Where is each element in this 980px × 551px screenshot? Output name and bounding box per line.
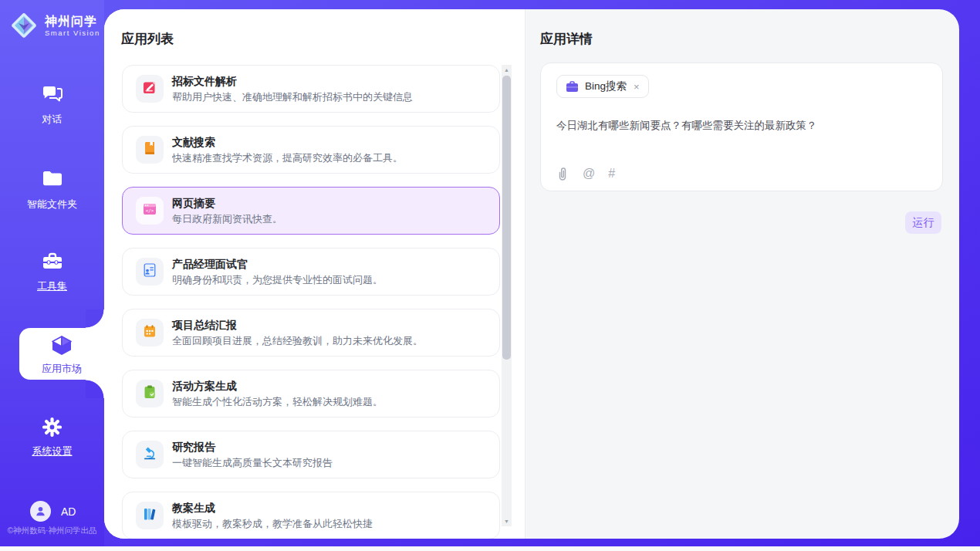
scroll-up-icon[interactable]: ▲ bbox=[502, 65, 512, 75]
app-card-desc: 明确身份和职责，为您提供专业性的面试问题。 bbox=[172, 272, 488, 288]
run-button[interactable]: 运行 bbox=[905, 211, 941, 234]
book-icon bbox=[142, 140, 157, 159]
app-card-title: 项目总结汇报 bbox=[172, 317, 488, 333]
app-card-1[interactable]: 招标文件解析 帮助用户快速、准确地理解和解析招标书中的关键信息 bbox=[122, 65, 500, 113]
app-detail-title: 应用详情 bbox=[540, 30, 943, 48]
hash-icon[interactable]: # bbox=[608, 166, 615, 181]
app-icon-tile bbox=[136, 319, 164, 346]
app-icon-tile: </> bbox=[136, 197, 164, 225]
app-card-desc: 快速精准查找学术资源，提高研究效率的必备工具。 bbox=[172, 150, 488, 166]
app-card-6[interactable]: 活动方案生成 智能生成个性化活动方案，轻松解决规划难题。 bbox=[122, 370, 500, 417]
app-card-desc: 帮助用户快速、准确地理解和解析招标书中的关键信息 bbox=[172, 90, 488, 105]
app-card-desc: 智能生成个性化活动方案，轻松解决规划难题。 bbox=[172, 394, 488, 410]
app-card-5[interactable]: 项目总结汇报 全面回顾项目进展，总结经验教训，助力未来优化发展。 bbox=[122, 309, 500, 357]
app-card-desc: 全面回顾项目进展，总结经验教训，助力未来优化发展。 bbox=[172, 333, 488, 349]
app-card-desc: 模板驱动，教案秒成，教学准备从此轻松快捷 bbox=[172, 516, 488, 532]
app-list-title: 应用列表 bbox=[121, 30, 174, 48]
sidebar-item-label: 对话 bbox=[42, 113, 63, 125]
app-card-desc: 每日政府新闻资讯快查。 bbox=[172, 211, 488, 227]
sidebar-item-3[interactable]: 工具集 bbox=[0, 252, 104, 293]
app-list-panel: 应用列表 招标文件解析 帮助用户快速、准确地理解和解析招标书中的关键信息 文献搜… bbox=[104, 9, 525, 539]
folder-icon bbox=[0, 170, 104, 191]
cube-icon bbox=[19, 334, 104, 356]
sidebar-item-label: 智能文件夹 bbox=[27, 198, 77, 210]
app-card-title: 研究报告 bbox=[172, 439, 488, 455]
sidebar-item-1[interactable]: 对话 bbox=[0, 85, 104, 127]
app-card-2[interactable]: 文献搜索 快速精准查找学术资源，提高研究效率的必备工具。 bbox=[122, 126, 500, 174]
scrollbar[interactable]: ▲ ▼ bbox=[502, 65, 512, 526]
app-card-title: 文献搜索 bbox=[172, 134, 488, 150]
prompt-card[interactable]: Bing搜索 × 今日湖北有哪些新闻要点？有哪些需要关注的最新政策？ @ # bbox=[540, 63, 943, 191]
app-card-4[interactable]: 产品经理面试官 明确身份和职责，为您提供专业性的面试问题。 bbox=[122, 248, 500, 296]
attachment-icon[interactable] bbox=[556, 166, 569, 181]
webpage-icon: </> bbox=[142, 201, 157, 220]
copyright-text: ©神州数码·神州问学出品 bbox=[0, 526, 104, 536]
sidebar-item-label: 系统设置 bbox=[32, 445, 73, 457]
app-card-title: 产品经理面试官 bbox=[172, 256, 488, 272]
calendar-note-icon bbox=[142, 323, 157, 342]
app-icon-tile bbox=[136, 136, 164, 164]
app-icon-tile bbox=[136, 75, 164, 103]
toolbox-icon bbox=[0, 252, 104, 273]
app-card-8[interactable]: 教案生成 模板驱动，教案秒成，教学准备从此轻松快捷 bbox=[122, 492, 500, 539]
input-toolbar: @ # bbox=[556, 166, 615, 181]
brand-name: 神州问学 bbox=[45, 14, 100, 29]
briefcase-icon bbox=[566, 81, 579, 93]
sidebar-item-label: 应用市场 bbox=[42, 363, 82, 374]
gear-icon bbox=[0, 417, 104, 438]
clipboard-check-icon bbox=[142, 384, 157, 403]
app-card-list: 招标文件解析 帮助用户快速、准确地理解和解析招标书中的关键信息 文献搜索 快速精… bbox=[122, 65, 500, 539]
research-icon bbox=[142, 445, 157, 464]
mention-icon[interactable]: @ bbox=[583, 166, 595, 181]
app-icon-tile bbox=[136, 380, 164, 407]
main-content: 应用列表 招标文件解析 帮助用户快速、准确地理解和解析招标书中的关键信息 文献搜… bbox=[104, 9, 959, 539]
app-card-7[interactable]: 研究报告 一键智能生成高质量长文本研究报告 bbox=[122, 431, 500, 478]
interviewer-icon bbox=[142, 262, 157, 281]
app-icon-tile bbox=[136, 502, 164, 529]
sidebar-item-2[interactable]: 智能文件夹 bbox=[0, 170, 104, 211]
app-card-title: 招标文件解析 bbox=[172, 73, 488, 89]
sidebar-item-5[interactable]: 系统设置 bbox=[0, 417, 104, 458]
close-icon[interactable]: × bbox=[634, 81, 640, 93]
app-icon-tile bbox=[136, 441, 164, 468]
brand-subtitle: Smart Vision bbox=[45, 29, 100, 37]
avatar bbox=[30, 501, 51, 522]
logo-icon bbox=[9, 11, 39, 40]
svg-text:</>: </> bbox=[146, 208, 154, 213]
app-card-desc: 一键智能生成高质量长文本研究报告 bbox=[172, 455, 488, 471]
app-card-title: 活动方案生成 bbox=[172, 378, 488, 394]
app-card-title: 网页摘要 bbox=[172, 195, 488, 211]
run-row: 运行 bbox=[540, 211, 943, 234]
brand: 神州问学 Smart Vision bbox=[9, 11, 100, 40]
tool-tag-bing-search[interactable]: Bing搜索 × bbox=[556, 75, 649, 98]
tool-tag-label: Bing搜索 bbox=[585, 79, 627, 93]
sidebar-item-label: 工具集 bbox=[37, 280, 67, 292]
app-detail-panel: 应用详情 Bing搜索 × 今日湖北有哪些新闻要点？有哪些需要关注的最新政策？ bbox=[525, 9, 959, 539]
app-icon-tile bbox=[136, 258, 164, 286]
user-account[interactable]: AD bbox=[30, 501, 76, 522]
app-card-title: 教案生成 bbox=[172, 500, 488, 516]
doc-edit-icon bbox=[142, 79, 157, 98]
user-initials: AD bbox=[61, 505, 76, 518]
prompt-input[interactable]: 今日湖北有哪些新闻要点？有哪些需要关注的最新政策？ bbox=[556, 118, 927, 133]
books-icon bbox=[142, 506, 157, 525]
sidebar-item-4[interactable]: 应用市场 bbox=[19, 328, 104, 380]
scrollbar-thumb[interactable] bbox=[502, 76, 511, 360]
app-card-3[interactable]: </> 网页摘要 每日政府新闻资讯快查。 bbox=[122, 187, 500, 235]
app-window: 神州问学 Smart Vision 对话 智能文件夹 工具集 应用市场 系统设置… bbox=[0, 0, 980, 546]
scroll-down-icon[interactable]: ▼ bbox=[502, 516, 512, 526]
sidebar: 神州问学 Smart Vision 对话 智能文件夹 工具集 应用市场 系统设置… bbox=[0, 0, 104, 546]
chat-icon bbox=[0, 85, 104, 106]
person-icon bbox=[35, 505, 46, 517]
